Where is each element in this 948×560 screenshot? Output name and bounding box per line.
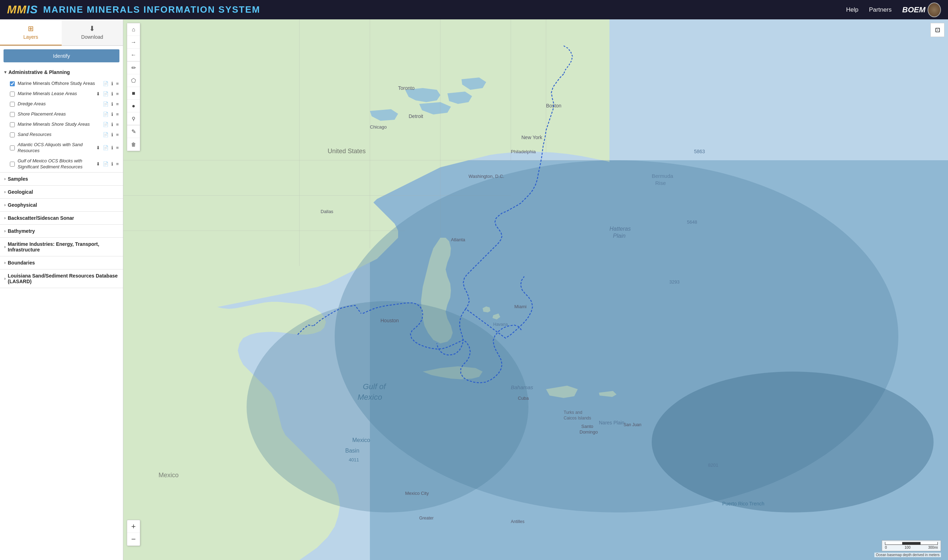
info-icon-sand-resources[interactable]: ℹ: [111, 132, 114, 138]
group-backscatter-header[interactable]: › Backscatter/Sidescan Sonar: [0, 212, 123, 225]
checkbox-shore-placement[interactable]: [10, 112, 15, 117]
scale-segment-white: [885, 542, 903, 545]
doc-icon-shore-placement[interactable]: 📄: [102, 111, 109, 117]
group-admin: ▾ Administrative & Planning Marine Miner…: [0, 66, 123, 172]
zoom-in-button[interactable]: +: [127, 520, 140, 533]
doc-icon-marine-minerals-shore-study[interactable]: 📄: [102, 122, 109, 128]
doc-icon-dredge-areas[interactable]: 📄: [102, 101, 109, 107]
left-panel: ⊞ Layers ⬇ Download Identify ▾ Administr…: [0, 19, 123, 560]
info-icon-marine-minerals-offshore[interactable]: ℹ: [111, 81, 114, 87]
tab-download[interactable]: ⬇ Download: [62, 19, 123, 45]
layer-item-dredge-areas: Dredge Areas 📄 ℹ ≡: [0, 99, 123, 109]
boem-logo: BOEM: [902, 3, 941, 17]
svg-text:Puerto Rico Trench: Puerto Rico Trench: [722, 501, 765, 506]
pen-icon: ✏: [131, 65, 136, 71]
draw-pen-button[interactable]: ✏: [127, 62, 140, 74]
group-admin-content: Marine Minerals Offshore Study Areas 📄 ℹ…: [0, 78, 123, 172]
doc-icon-marine-minerals-lease[interactable]: 📄: [102, 91, 109, 97]
menu-icon-marine-minerals-shore-study[interactable]: ≡: [115, 122, 119, 128]
back-button[interactable]: ←: [127, 49, 140, 61]
identify-button[interactable]: Identify: [3, 49, 119, 62]
tab-layers[interactable]: ⊞ Layers: [0, 19, 62, 45]
group-admin-header[interactable]: ▾ Administrative & Planning: [0, 66, 123, 78]
svg-text:Havana: Havana: [493, 322, 508, 327]
menu-icon-atlantic-ocs-aliquots[interactable]: ≡: [115, 145, 119, 151]
group-lasard-header[interactable]: › Louisiana Sand/Sediment Resources Data…: [0, 269, 123, 288]
scale-label-0: 0: [885, 546, 887, 549]
checkbox-sand-resources[interactable]: [10, 132, 15, 137]
edit-icon: ✎: [131, 128, 136, 135]
checkbox-marine-minerals-shore-study[interactable]: [10, 122, 15, 127]
menu-icon-marine-minerals-offshore[interactable]: ≡: [115, 81, 119, 87]
group-maritime-header[interactable]: › Maritime Industries: Energy, Transport…: [0, 238, 123, 256]
doc-icon-marine-minerals-offshore[interactable]: 📄: [102, 81, 109, 87]
overview-button[interactable]: ⊡: [930, 23, 945, 37]
info-icon-atlantic-ocs-aliquots[interactable]: ℹ: [111, 145, 114, 151]
nav-partners[interactable]: Partners: [869, 6, 892, 13]
layer-icons-marine-minerals-lease: ⬇ 📄 ℹ ≡: [95, 91, 119, 97]
svg-text:Turks and: Turks and: [564, 410, 582, 415]
draw-rect-button[interactable]: ■: [127, 87, 140, 100]
point-icon: ●: [132, 103, 135, 109]
checkbox-marine-minerals-offshore[interactable]: [10, 82, 15, 86]
map-area[interactable]: United States Gulf of Mexico Mexico Basi…: [123, 19, 948, 560]
layer-label-atlantic-ocs-aliquots: Atlantic OCS Aliquots with Sand Resource…: [18, 142, 93, 154]
layer-icons-shore-placement: 📄 ℹ ≡: [102, 111, 119, 117]
header: MMIS MARINE MINERALS INFORMATION SYSTEM …: [0, 0, 948, 19]
info-icon-marine-minerals-lease[interactable]: ℹ: [111, 91, 114, 97]
doc-icon-atlantic-ocs-aliquots[interactable]: 📄: [102, 145, 109, 151]
svg-text:Domingo: Domingo: [580, 429, 598, 435]
tab-layers-label: Layers: [23, 34, 38, 40]
scale-labels: 0 100 300mi: [885, 546, 938, 549]
menu-icon-shore-placement[interactable]: ≡: [115, 111, 119, 117]
info-icon-gulf-mexico-ocs[interactable]: ℹ: [111, 161, 114, 167]
draw-polygon-button[interactable]: ⬠: [127, 74, 140, 87]
layer-item-sand-resources: Sand Resources 📄 ℹ ≡: [0, 129, 123, 140]
group-geological: › Geological: [0, 186, 123, 198]
group-boundaries-header[interactable]: › Boundaries: [0, 256, 123, 269]
group-geophysical: › Geophysical: [0, 198, 123, 212]
layer-item-marine-minerals-offshore: Marine Minerals Offshore Study Areas 📄 ℹ…: [0, 78, 123, 89]
home-button[interactable]: ⌂: [127, 23, 140, 36]
info-icon-dredge-areas[interactable]: ℹ: [111, 101, 114, 107]
layer-icons-dredge-areas: 📄 ℹ ≡: [102, 101, 119, 107]
menu-icon-gulf-mexico-ocs[interactable]: ≡: [115, 161, 119, 167]
layer-icons-marine-minerals-offshore: 📄 ℹ ≡: [102, 81, 119, 87]
checkbox-dredge-areas[interactable]: [10, 102, 15, 107]
download-icon-atlantic-ocs-aliquots[interactable]: ⬇: [95, 145, 101, 151]
doc-icon-gulf-mexico-ocs[interactable]: 📄: [102, 161, 109, 167]
draw-point-button[interactable]: ●: [127, 100, 140, 112]
layer-label-dredge-areas: Dredge Areas: [18, 101, 99, 107]
svg-text:Washington, D.C.: Washington, D.C.: [469, 174, 504, 179]
layers-content: ▾ Administrative & Planning Marine Miner…: [0, 66, 123, 560]
layer-item-marine-minerals-lease: Marine Minerals Lease Areas ⬇ 📄 ℹ ≡: [0, 89, 123, 99]
menu-icon-dredge-areas[interactable]: ≡: [115, 101, 119, 107]
group-geophysical-header[interactable]: › Geophysical: [0, 198, 123, 211]
svg-text:Houston: Houston: [380, 318, 399, 323]
download-icon-marine-minerals-lease[interactable]: ⬇: [95, 91, 101, 97]
layer-icons-marine-minerals-shore-study: 📄 ℹ ≡: [102, 122, 119, 128]
info-icon-marine-minerals-shore-study[interactable]: ℹ: [111, 122, 114, 128]
layer-item-shore-placement: Shore Placement Areas 📄 ℹ ≡: [0, 109, 123, 119]
checkbox-marine-minerals-lease[interactable]: [10, 92, 15, 97]
download-icon-gulf-mexico-ocs[interactable]: ⬇: [95, 161, 101, 167]
svg-text:Antilles: Antilles: [511, 519, 525, 524]
group-bathymetry-header[interactable]: › Bathymetry: [0, 225, 123, 237]
checkbox-atlantic-ocs-aliquots[interactable]: [10, 145, 15, 151]
edit-button[interactable]: ✎: [127, 125, 140, 138]
group-lasard-label: Louisiana Sand/Sediment Resources Databa…: [8, 273, 119, 284]
zoom-out-button[interactable]: −: [127, 533, 140, 546]
doc-icon-sand-resources[interactable]: 📄: [102, 132, 109, 138]
draw-pin-button[interactable]: ⚲: [127, 112, 140, 125]
svg-text:United States: United States: [328, 148, 366, 155]
info-icon-shore-placement[interactable]: ℹ: [111, 111, 114, 117]
menu-icon-marine-minerals-lease[interactable]: ≡: [115, 91, 119, 97]
layer-label-sand-resources: Sand Resources: [18, 132, 99, 138]
nav-help[interactable]: Help: [846, 6, 859, 13]
delete-button[interactable]: 🗑: [127, 138, 140, 151]
group-samples-header[interactable]: › Samples: [0, 172, 123, 185]
forward-button[interactable]: →: [127, 36, 140, 49]
menu-icon-sand-resources[interactable]: ≡: [115, 132, 119, 138]
checkbox-gulf-mexico-ocs[interactable]: [10, 162, 15, 166]
group-geological-header[interactable]: › Geological: [0, 186, 123, 198]
